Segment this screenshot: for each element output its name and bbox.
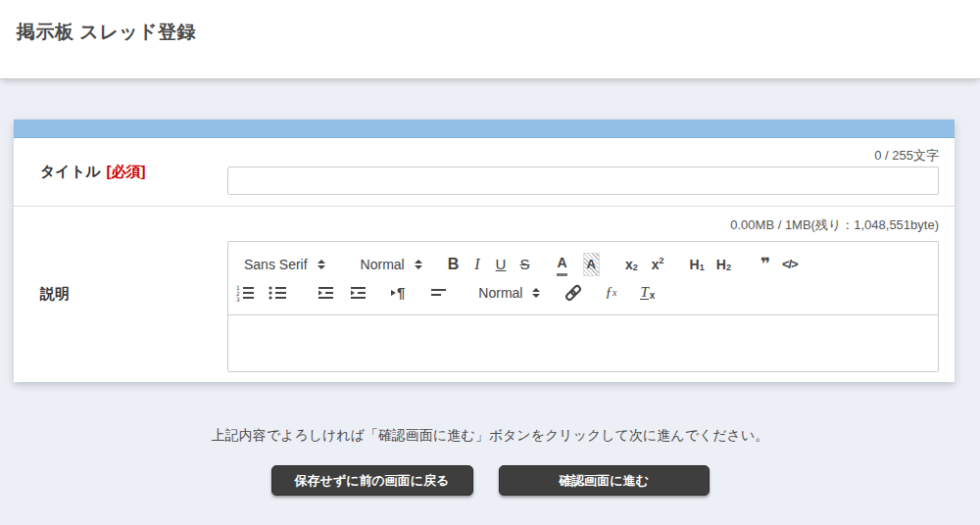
outdent-icon[interactable]: [317, 281, 335, 305]
description-size-counter: 0.00MB / 1MB(残り：1,048,551byte): [227, 217, 939, 233]
chevron-updown-icon: [415, 260, 422, 269]
bold-icon[interactable]: B: [448, 253, 460, 276]
editor-toolbar: Sans Serif Normal B I U S A: [228, 242, 938, 315]
italic-icon[interactable]: I: [474, 253, 479, 276]
superscript-icon[interactable]: x2: [652, 253, 664, 276]
underline-icon[interactable]: U: [496, 253, 507, 276]
page-title: 掲示板 スレッド登録: [17, 20, 980, 45]
title-char-counter: 0 / 255文字: [227, 148, 939, 164]
editor-content-area[interactable]: [228, 315, 938, 371]
svg-text:3: 3: [236, 296, 240, 302]
strikethrough-icon[interactable]: S: [519, 253, 529, 276]
confirm-button[interactable]: 確認画面に進む: [499, 465, 710, 496]
title-label-cell: タイトル [必須]: [14, 138, 227, 206]
main-content: タイトル [必須] 0 / 255文字 説明 0.00MB / 1MB(残り：1…: [0, 119, 980, 496]
link-icon[interactable]: [564, 281, 583, 305]
toolbar-row-1: Sans Serif Normal B I U S A: [236, 250, 930, 278]
title-form-row: タイトル [必須] 0 / 255文字: [14, 138, 955, 206]
description-field-cell: 0.00MB / 1MB(残り：1,048,551byte) Sans Seri…: [227, 207, 955, 382]
highlight-color-icon[interactable]: A: [583, 253, 600, 276]
line-height-picker[interactable]: Normal: [478, 281, 540, 305]
blockquote-icon[interactable]: ❞: [760, 253, 768, 276]
font-family-picker[interactable]: Sans Serif: [236, 253, 325, 276]
text-direction-icon[interactable]: ¶: [391, 281, 405, 305]
text-color-icon[interactable]: A: [557, 253, 566, 276]
align-icon[interactable]: [430, 281, 447, 305]
back-button[interactable]: 保存せずに前の画面に戻る: [271, 465, 473, 496]
description-label: 説明: [40, 285, 70, 304]
required-badge: [必須]: [106, 163, 145, 181]
bullet-list-icon[interactable]: [269, 281, 287, 305]
clean-format-icon[interactable]: T x: [640, 281, 655, 305]
indent-icon[interactable]: [349, 281, 368, 305]
subscript-icon[interactable]: x2: [625, 253, 638, 276]
code-block-icon[interactable]: </>: [782, 253, 798, 276]
ordered-list-icon[interactable]: 1 2 3: [236, 281, 255, 305]
formula-icon[interactable]: ƒx: [605, 281, 616, 305]
chevron-updown-icon: [318, 260, 325, 269]
rich-text-editor: Sans Serif Normal B I U S A: [227, 241, 939, 372]
instruction-text: 上記内容でよろしければ「確認画面に進む」ボタンをクリックして次に進んでください。: [0, 427, 980, 445]
title-label: タイトル: [40, 163, 100, 181]
toolbar-row-2: 1 2 3: [236, 278, 930, 307]
title-input[interactable]: [227, 167, 939, 195]
font-size-picker[interactable]: Normal: [353, 253, 422, 276]
title-field-cell: 0 / 255文字: [227, 138, 955, 206]
action-button-row: 保存せずに前の画面に戻る 確認画面に進む: [0, 465, 980, 496]
description-label-cell: 説明: [14, 207, 227, 382]
page-header: 掲示板 スレッド登録: [0, 0, 980, 79]
description-form-row: 説明 0.00MB / 1MB(残り：1,048,551byte) Sans S…: [14, 206, 955, 382]
thread-form-panel: タイトル [必須] 0 / 255文字 説明 0.00MB / 1MB(残り：1…: [14, 119, 955, 382]
chevron-updown-icon: [532, 288, 540, 298]
panel-accent-bar: [14, 119, 955, 138]
header2-icon[interactable]: H2: [716, 253, 731, 276]
header1-icon[interactable]: H1: [690, 253, 705, 276]
